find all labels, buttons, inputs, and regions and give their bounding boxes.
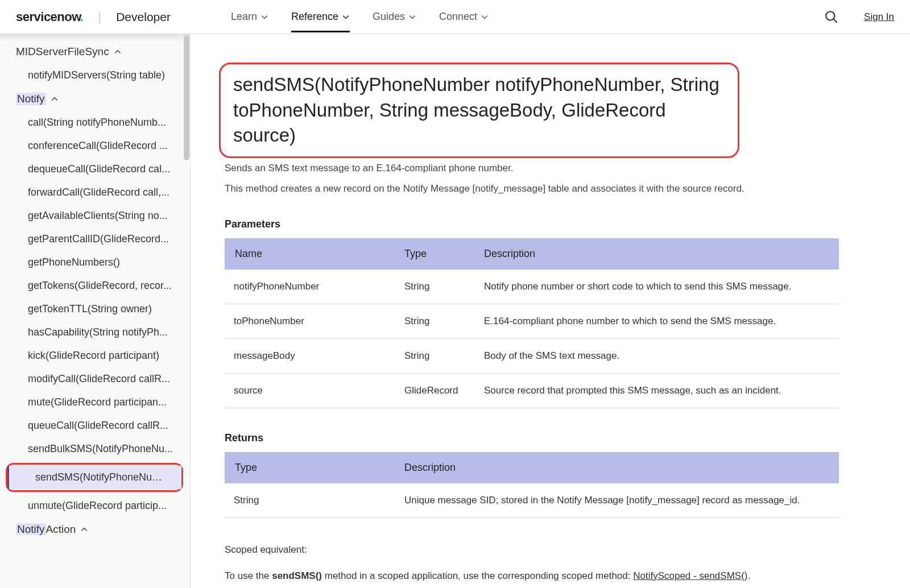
nav-learn[interactable]: Learn bbox=[231, 2, 268, 32]
sidebar-item-getavailableclients[interactable]: getAvailableClients(String no... bbox=[0, 204, 190, 227]
sidebar-item-modifycall[interactable]: modifyCall(GlideRecord callR... bbox=[0, 367, 190, 391]
sidebar-item-sendbulksms[interactable]: sendBulkSMS(NotifyPhoneNu... bbox=[0, 437, 190, 461]
table-row: notifyPhoneNumberStringNotify phone numb… bbox=[225, 270, 839, 304]
sidebar-item-conferencecall[interactable]: conferenceCall(GlideRecord ... bbox=[0, 134, 190, 158]
divider: | bbox=[98, 10, 101, 24]
returns-heading: Returns bbox=[225, 432, 864, 444]
highlight-annotation: sendSMS(NotifyPhoneNumbe... bbox=[6, 463, 183, 492]
page-title: sendSMS(NotifyPhoneNumber notifyPhoneNum… bbox=[233, 72, 725, 148]
chevron-down-icon bbox=[342, 13, 350, 21]
svg-line-1 bbox=[833, 19, 837, 23]
sidebar-item-getparentcallid[interactable]: getParentCallID(GlideRecord... bbox=[0, 227, 190, 251]
col-name: Name bbox=[225, 238, 395, 270]
search-icon[interactable] bbox=[824, 10, 839, 24]
sidebar-item-getphonenumbers[interactable]: getPhoneNumbers() bbox=[0, 251, 190, 274]
table-row: StringUnique message SID; stored in the … bbox=[225, 483, 839, 518]
chevron-up-icon bbox=[114, 48, 122, 56]
sidebar-item-mute[interactable]: mute(GlideRecord participan... bbox=[0, 391, 190, 414]
brand-logo[interactable]: servicenow. bbox=[16, 10, 83, 24]
col-type: Type bbox=[395, 238, 475, 270]
scoped-equivalent-text: To use the sendSMS() method in a scoped … bbox=[225, 570, 864, 582]
sidebar-section-midserverfilesync[interactable]: MIDServerFileSync bbox=[0, 40, 190, 64]
parameters-heading: Parameters bbox=[225, 218, 864, 230]
scrollbar[interactable] bbox=[184, 35, 189, 160]
main-content: sendSMS(NotifyPhoneNumber notifyPhoneNum… bbox=[191, 34, 910, 588]
table-row: toPhoneNumberStringE.164-compliant phone… bbox=[225, 304, 839, 338]
portal-name[interactable]: Developer bbox=[116, 10, 171, 24]
sidebar[interactable]: MIDServerFileSync notifyMIDServers(Strin… bbox=[0, 34, 191, 588]
sidebar-section-notify[interactable]: Notify bbox=[0, 87, 190, 111]
sidebar-item-unmute[interactable]: unmute(GlideRecord particip... bbox=[0, 494, 190, 517]
nav-guides[interactable]: Guides bbox=[373, 2, 416, 32]
col-type: Type bbox=[225, 452, 395, 483]
method-detail: This method creates a new record on the … bbox=[225, 183, 805, 194]
method-summary: Sends an SMS text message to an E.164-co… bbox=[225, 163, 805, 174]
top-nav: servicenow. | Developer Learn Reference … bbox=[0, 0, 910, 34]
sidebar-item-notifymidservers[interactable]: notifyMIDServers(String table) bbox=[0, 64, 190, 87]
sidebar-item-kick[interactable]: kick(GlideRecord participant) bbox=[0, 344, 190, 367]
sidebar-item-call[interactable]: call(String notifyPhoneNumb... bbox=[0, 111, 190, 134]
chevron-up-icon bbox=[80, 525, 88, 533]
chevron-down-icon bbox=[260, 13, 268, 21]
sidebar-item-hascapability[interactable]: hasCapability(String notifyPh... bbox=[0, 321, 190, 344]
chevron-up-icon bbox=[51, 95, 59, 103]
sidebar-section-label: Notify bbox=[16, 93, 46, 105]
table-row: messageBodyStringBody of the SMS text me… bbox=[225, 338, 839, 373]
col-desc: Description bbox=[475, 238, 839, 270]
parameters-table: Name Type Description notifyPhoneNumberS… bbox=[225, 238, 839, 408]
table-row: sourceGlideRecordSource record that prom… bbox=[225, 373, 839, 408]
col-desc: Description bbox=[395, 452, 839, 483]
chevron-down-icon bbox=[408, 13, 416, 21]
sidebar-item-queuecall[interactable]: queueCall(GlideRecord callR... bbox=[0, 414, 190, 437]
sidebar-item-gettokenttl[interactable]: getTokenTTL(String owner) bbox=[0, 297, 190, 321]
sidebar-section-notifyaction[interactable]: NotifyAction bbox=[0, 517, 190, 541]
chevron-down-icon bbox=[481, 13, 489, 21]
sign-in-link[interactable]: Sign In bbox=[864, 11, 894, 23]
sidebar-item-sendsms[interactable]: sendSMS(NotifyPhoneNumbe... bbox=[7, 466, 181, 489]
highlight-annotation: sendSMS(NotifyPhoneNumber notifyPhoneNum… bbox=[219, 63, 739, 158]
sidebar-item-dequeuecall[interactable]: dequeueCall(GlideRecord cal... bbox=[0, 158, 190, 181]
nav-connect[interactable]: Connect bbox=[439, 2, 489, 32]
primary-nav: Learn Reference Guides Connect bbox=[231, 2, 489, 32]
nav-reference[interactable]: Reference bbox=[291, 2, 350, 32]
scoped-equivalent-heading: Scoped equivalent: bbox=[225, 544, 864, 556]
returns-table: Type Description StringUnique message SI… bbox=[225, 452, 839, 518]
sidebar-section-label: NotifyAction bbox=[16, 523, 76, 536]
scoped-link[interactable]: NotifyScoped - sendSMS() bbox=[633, 570, 747, 581]
sidebar-item-forwardcall[interactable]: forwardCall(GlideRecord call,... bbox=[0, 181, 190, 204]
sidebar-item-gettokens[interactable]: getTokens(GlideRecord, recor... bbox=[0, 274, 190, 297]
svg-point-0 bbox=[826, 11, 834, 20]
sidebar-section-label: MIDServerFileSync bbox=[16, 45, 109, 58]
